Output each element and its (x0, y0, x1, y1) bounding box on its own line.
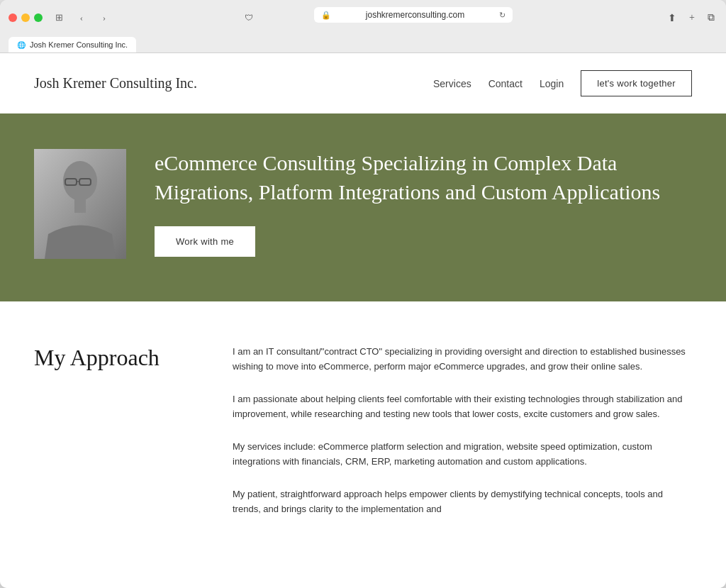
hero-photo (34, 149, 126, 259)
browser-top-bar: ⊞ ‹ › 🛡 🔒 joshkremerconsulting.com ↻ ⬆ +… (9, 7, 717, 28)
close-button[interactable] (9, 13, 17, 22)
tab-bar: 🌐 Josh Kremer Consulting Inc. (9, 34, 717, 52)
approach-para-2: I am passionate about helping clients fe… (233, 392, 692, 422)
forward-button[interactable]: › (95, 11, 113, 25)
new-tab-button[interactable]: + (686, 11, 698, 25)
address-bar[interactable]: 🔒 joshkremerconsulting.com ↻ (314, 7, 513, 23)
sidebar-toggle-button[interactable]: ⊞ (50, 11, 68, 25)
nav-cta-button[interactable]: let's work together (581, 70, 692, 96)
svg-rect-6 (74, 199, 86, 213)
windows-button[interactable]: ⧉ (705, 11, 717, 25)
minimize-button[interactable] (21, 13, 30, 22)
nav-links: Services Contact Login let's work togeth… (433, 70, 692, 96)
browser-window: ⊞ ‹ › 🛡 🔒 joshkremerconsulting.com ↻ ⬆ +… (0, 0, 726, 588)
approach-para-3: My services include: eCommerce platform … (233, 439, 692, 470)
hero-section: eCommerce Consulting Specializing in Com… (0, 113, 726, 301)
site-nav: Josh Kremer Consulting Inc. Services Con… (0, 53, 726, 113)
maximize-button[interactable] (34, 13, 43, 22)
refresh-icon[interactable]: ↻ (499, 11, 506, 20)
approach-section: My Approach I am an IT consultant/"contr… (0, 301, 726, 545)
share-button[interactable]: ⬆ (665, 11, 679, 26)
approach-para-1: I am an IT consultant/"contract CTO" spe… (233, 344, 692, 375)
person-photo-svg (34, 149, 126, 259)
lock-icon: 🔒 (321, 11, 331, 20)
security-icon: 🛡 (245, 13, 253, 23)
tab-favicon: 🌐 (17, 41, 26, 49)
url-text: joshkremerconsulting.com (337, 10, 493, 20)
hero-title: eCommerce Consulting Specializing in Com… (155, 149, 692, 206)
website-content: Josh Kremer Consulting Inc. Services Con… (0, 53, 726, 588)
tab-label: Josh Kremer Consulting Inc. (30, 40, 128, 49)
approach-left-column: My Approach (34, 344, 190, 517)
active-tab[interactable]: 🌐 Josh Kremer Consulting Inc. (9, 37, 136, 52)
browser-chrome: ⊞ ‹ › 🛡 🔒 joshkremerconsulting.com ↻ ⬆ +… (0, 0, 726, 53)
approach-heading: My Approach (34, 344, 190, 371)
approach-right-column: I am an IT consultant/"contract CTO" spe… (233, 344, 692, 517)
nav-contact[interactable]: Contact (488, 78, 523, 89)
nav-services[interactable]: Services (433, 78, 471, 89)
traffic-lights (9, 13, 43, 22)
site-logo: Josh Kremer Consulting Inc. (34, 75, 197, 91)
browser-controls: ⊞ ‹ › (50, 11, 113, 25)
approach-para-4: My patient, straightforward approach hel… (233, 487, 692, 517)
nav-login[interactable]: Login (540, 78, 564, 89)
back-button[interactable]: ‹ (72, 11, 91, 25)
hero-content: eCommerce Consulting Specializing in Com… (155, 149, 692, 257)
hero-cta-button[interactable]: Work with me (155, 226, 255, 257)
